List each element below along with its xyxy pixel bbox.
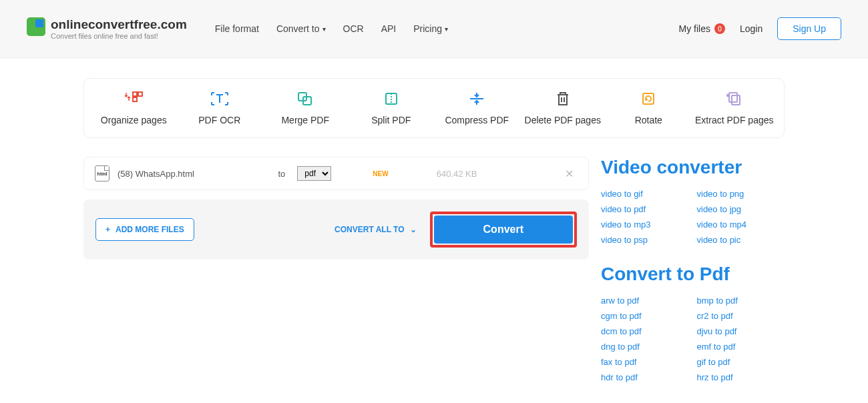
- delete-icon: [553, 91, 573, 107]
- side-link[interactable]: fax to pdf: [601, 357, 689, 367]
- side-link[interactable]: hdr to pdf: [601, 372, 689, 382]
- merge-icon: [295, 91, 315, 107]
- rotate-icon: [638, 91, 658, 107]
- tool-split-pdf[interactable]: Split PDF: [349, 91, 435, 125]
- tool-label: Compress PDF: [445, 115, 509, 125]
- ocr-icon: [210, 91, 230, 107]
- convert-all-to-dropdown[interactable]: CONVERT ALL TO ⌄: [335, 225, 416, 234]
- tool-delete-pdf-pages[interactable]: Delete PDF pages: [520, 91, 606, 125]
- side-link[interactable]: video to gif: [601, 189, 689, 199]
- tools-row: Organize pages PDF OCR Merge PDF Split P…: [83, 78, 785, 138]
- side-link[interactable]: video to png: [697, 189, 785, 199]
- svg-rect-7: [732, 95, 740, 105]
- add-more-files-button[interactable]: + ADD MORE FILES: [95, 218, 194, 241]
- header-inner: onlineconvertfree.com Convert files onli…: [27, 17, 841, 40]
- tool-label: Extract PDF pages: [695, 115, 774, 125]
- my-files-count-badge: 0: [714, 23, 725, 34]
- main-nav: File format Convert to▾ OCR API Pricing▾: [215, 23, 448, 34]
- actions-row: + ADD MORE FILES CONVERT ALL TO ⌄ Conver…: [83, 199, 589, 260]
- tool-label: Organize pages: [101, 115, 167, 125]
- svg-rect-6: [643, 93, 654, 104]
- organize-icon: [124, 91, 144, 107]
- content: Organize pages PDF OCR Merge PDF Split P…: [57, 58, 811, 401]
- compress-icon: [467, 91, 487, 107]
- side-link[interactable]: video to jpg: [697, 204, 785, 214]
- tool-rotate[interactable]: Rotate: [606, 91, 692, 125]
- svg-rect-2: [133, 97, 137, 101]
- main-row: html (58) WhatsApp.html to pdf NEW 640.4…: [83, 157, 785, 401]
- chevron-down-icon: ▾: [322, 25, 326, 33]
- my-files-link[interactable]: My files 0: [678, 23, 724, 34]
- login-link[interactable]: Login: [740, 23, 763, 34]
- extract-icon: [724, 91, 744, 107]
- tool-compress-pdf[interactable]: Compress PDF: [434, 91, 520, 125]
- chevron-down-icon: ▾: [445, 25, 448, 33]
- file-row: html (58) WhatsApp.html to pdf NEW 640.4…: [83, 157, 589, 190]
- header: onlineconvertfree.com Convert files onli…: [0, 0, 868, 58]
- brand-slogan: Convert files online free and fast!: [51, 32, 187, 40]
- to-label: to: [278, 169, 285, 179]
- nav-ocr[interactable]: OCR: [343, 23, 364, 34]
- side-link[interactable]: gif to pdf: [697, 357, 785, 367]
- plus-icon: +: [105, 225, 110, 234]
- svg-rect-0: [133, 92, 137, 96]
- tool-extract-pdf-pages[interactable]: Extract PDF pages: [692, 91, 778, 125]
- tool-label: PDF OCR: [198, 115, 240, 125]
- nav-pricing[interactable]: Pricing▾: [413, 23, 448, 34]
- logo-icon: [27, 17, 45, 36]
- format-select[interactable]: pdf: [297, 166, 331, 181]
- file-type-icon: html: [95, 165, 110, 181]
- tool-label: Split PDF: [371, 115, 411, 125]
- chevron-down-icon: ⌄: [410, 225, 417, 234]
- svg-rect-8: [729, 93, 737, 102]
- side-link[interactable]: cr2 to pdf: [697, 311, 785, 321]
- convert-to-pdf-title: Convert to Pdf: [601, 264, 785, 285]
- remove-file-button[interactable]: ✕: [561, 167, 578, 180]
- pdf-links: arw to pdf bmp to pdf cgm to pdf cr2 to …: [601, 296, 785, 382]
- side-link[interactable]: dng to pdf: [601, 342, 689, 352]
- new-badge: NEW: [373, 170, 388, 177]
- side-link[interactable]: hrz to pdf: [697, 372, 785, 382]
- tool-pdf-ocr[interactable]: PDF OCR: [177, 91, 263, 125]
- svg-rect-1: [138, 92, 142, 96]
- file-name: (58) WhatsApp.html: [118, 169, 194, 179]
- logo[interactable]: onlineconvertfree.com Convert files onli…: [27, 17, 187, 40]
- side-link[interactable]: cgm to pdf: [601, 311, 689, 321]
- side-link[interactable]: video to pdf: [601, 204, 689, 214]
- sidebar: Video converter video to gif video to pn…: [601, 157, 785, 401]
- video-converter-title: Video converter: [601, 157, 785, 178]
- left-column: html (58) WhatsApp.html to pdf NEW 640.4…: [83, 157, 589, 260]
- nav-convert-to[interactable]: Convert to▾: [276, 23, 326, 34]
- tool-organize-pages[interactable]: Organize pages: [91, 91, 177, 125]
- side-link[interactable]: dcm to pdf: [601, 326, 689, 336]
- signup-button[interactable]: Sign Up: [777, 17, 841, 40]
- tool-label: Rotate: [635, 115, 662, 125]
- header-right: My files 0 Login Sign Up: [678, 17, 841, 40]
- video-links: video to gif video to png video to pdf v…: [601, 189, 785, 245]
- side-link[interactable]: bmp to pdf: [697, 296, 785, 306]
- file-size: 640.42 KB: [437, 169, 477, 179]
- convert-button[interactable]: Convert: [434, 216, 573, 244]
- convert-button-highlight: Convert: [430, 212, 577, 248]
- side-link[interactable]: video to mp3: [601, 220, 689, 230]
- nav-api[interactable]: API: [381, 23, 397, 34]
- nav-file-format[interactable]: File format: [215, 23, 259, 34]
- tool-label: Merge PDF: [281, 115, 329, 125]
- side-link[interactable]: djvu to pdf: [697, 326, 785, 336]
- side-link[interactable]: video to mp4: [697, 220, 785, 230]
- side-link[interactable]: video to pic: [697, 235, 785, 245]
- split-icon: [381, 91, 401, 107]
- tool-label: Delete PDF pages: [525, 115, 601, 125]
- side-link[interactable]: emf to pdf: [697, 342, 785, 352]
- side-link[interactable]: video to psp: [601, 235, 689, 245]
- tool-merge-pdf[interactable]: Merge PDF: [262, 91, 349, 125]
- side-link[interactable]: arw to pdf: [601, 296, 689, 306]
- brand-name: onlineconvertfree.com: [51, 17, 187, 32]
